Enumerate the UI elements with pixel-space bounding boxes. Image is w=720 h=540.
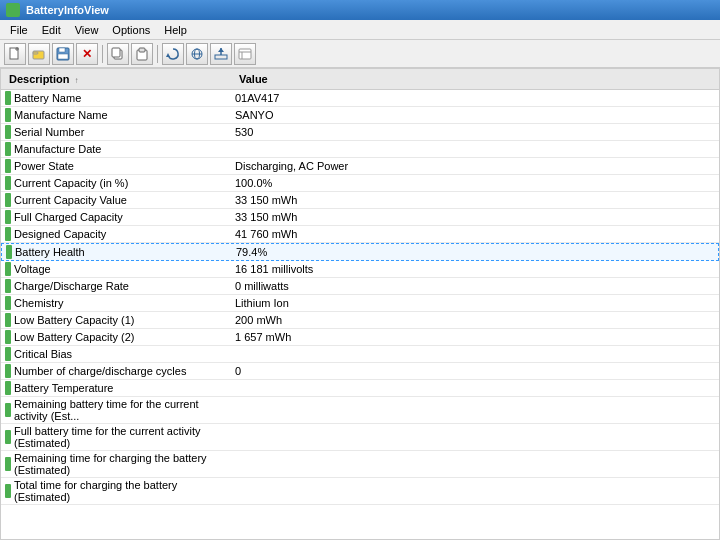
cell-description: Low Battery Capacity (1) bbox=[1, 312, 231, 328]
table-row[interactable]: Designed Capacity41 760 mWh bbox=[1, 226, 719, 243]
description-text: Battery Temperature bbox=[14, 382, 113, 394]
svg-marker-18 bbox=[218, 48, 224, 52]
export-button[interactable] bbox=[210, 43, 232, 65]
description-text: Battery Health bbox=[15, 246, 85, 258]
svg-rect-11 bbox=[139, 48, 145, 52]
description-text: Designed Capacity bbox=[14, 228, 106, 240]
menu-edit[interactable]: Edit bbox=[36, 22, 67, 38]
app-icon bbox=[6, 3, 20, 17]
refresh-button[interactable] bbox=[162, 43, 184, 65]
copy-button[interactable] bbox=[107, 43, 129, 65]
open-button[interactable] bbox=[28, 43, 50, 65]
table-row[interactable]: ChemistryLithium Ion bbox=[1, 295, 719, 312]
cell-value bbox=[231, 478, 719, 504]
menu-options[interactable]: Options bbox=[106, 22, 156, 38]
description-text: Manufacture Date bbox=[14, 143, 101, 155]
table-row[interactable]: Remaining time for charging the battery … bbox=[1, 451, 719, 478]
new-button[interactable] bbox=[4, 43, 26, 65]
table-row[interactable]: Low Battery Capacity (1)200 mWh bbox=[1, 312, 719, 329]
svg-rect-19 bbox=[239, 49, 251, 59]
table-row[interactable]: Serial Number 530 bbox=[1, 124, 719, 141]
menu-help[interactable]: Help bbox=[158, 22, 193, 38]
cell-description: Power State bbox=[1, 158, 231, 174]
cell-value: 01AV417 bbox=[231, 90, 719, 106]
menu-view[interactable]: View bbox=[69, 22, 105, 38]
row-indicator-icon bbox=[5, 227, 11, 241]
paste-button[interactable] bbox=[131, 43, 153, 65]
cell-description: Voltage bbox=[1, 261, 231, 277]
description-text: Low Battery Capacity (1) bbox=[14, 314, 134, 326]
description-text: Serial Number bbox=[14, 126, 84, 138]
window-title: BatteryInfoView bbox=[26, 4, 109, 16]
description-text: Power State bbox=[14, 160, 74, 172]
description-text: Full Charged Capacity bbox=[14, 211, 123, 223]
save-button[interactable] bbox=[52, 43, 74, 65]
cell-value: 1 657 mWh bbox=[231, 329, 719, 345]
cell-description: Charge/Discharge Rate bbox=[1, 278, 231, 294]
table-row[interactable]: Critical Bias bbox=[1, 346, 719, 363]
table-header: Description ↑ Value bbox=[1, 69, 719, 90]
description-text: Manufacture Name bbox=[14, 109, 108, 121]
description-text: Number of charge/discharge cycles bbox=[14, 365, 186, 377]
cell-description: Remaining battery time for the current a… bbox=[1, 397, 231, 423]
menu-bar: File Edit View Options Help bbox=[0, 20, 720, 40]
info-button[interactable] bbox=[234, 43, 256, 65]
table-row[interactable]: Voltage16 181 millivolts bbox=[1, 261, 719, 278]
row-indicator-icon bbox=[5, 210, 11, 224]
menu-file[interactable]: File bbox=[4, 22, 34, 38]
row-indicator-icon bbox=[5, 91, 11, 105]
cell-value: SANYO bbox=[231, 107, 719, 123]
description-text: Full battery time for the current activi… bbox=[14, 425, 227, 449]
cell-value: 530 bbox=[231, 124, 719, 140]
table-row[interactable]: Manufacture Date bbox=[1, 141, 719, 158]
table-row[interactable]: Battery Temperature bbox=[1, 380, 719, 397]
table-row[interactable]: Battery Health79.4% bbox=[1, 243, 719, 261]
cell-description: Full Charged Capacity bbox=[1, 209, 231, 225]
table-row[interactable]: Manufacture NameSANYO bbox=[1, 107, 719, 124]
description-text: Remaining battery time for the current a… bbox=[14, 398, 227, 422]
cell-description: Total time for charging the battery (Est… bbox=[1, 478, 231, 504]
svg-rect-6 bbox=[59, 48, 65, 52]
close-button[interactable]: ✕ bbox=[76, 43, 98, 65]
description-text: Current Capacity (in %) bbox=[14, 177, 128, 189]
table-row[interactable]: Low Battery Capacity (2)1 657 mWh bbox=[1, 329, 719, 346]
web-button[interactable] bbox=[186, 43, 208, 65]
table-body: Battery Name01AV417Manufacture NameSANYO… bbox=[1, 90, 719, 505]
main-content: Description ↑ Value Battery Name01AV417M… bbox=[0, 68, 720, 540]
cell-value bbox=[231, 141, 719, 157]
table-row[interactable]: Remaining battery time for the current a… bbox=[1, 397, 719, 424]
row-indicator-icon bbox=[5, 313, 11, 327]
cell-value: Discharging, AC Power bbox=[231, 158, 719, 174]
cell-value: 79.4% bbox=[232, 244, 718, 260]
cell-value: 0 bbox=[231, 363, 719, 379]
table-row[interactable]: Power StateDischarging, AC Power bbox=[1, 158, 719, 175]
cell-value bbox=[231, 424, 719, 450]
toolbar-separator-1 bbox=[102, 45, 103, 63]
cell-value: 16 181 millivolts bbox=[231, 261, 719, 277]
table-row[interactable]: Battery Name01AV417 bbox=[1, 90, 719, 107]
cell-value: 33 150 mWh bbox=[231, 209, 719, 225]
description-text: Low Battery Capacity (2) bbox=[14, 331, 134, 343]
description-text: Critical Bias bbox=[14, 348, 72, 360]
row-indicator-icon bbox=[5, 262, 11, 276]
description-text: Total time for charging the battery (Est… bbox=[14, 479, 227, 503]
header-value[interactable]: Value bbox=[235, 71, 715, 87]
table-row[interactable]: Full battery time for the current activi… bbox=[1, 424, 719, 451]
cell-description: Designed Capacity bbox=[1, 226, 231, 242]
cell-value: 100.0% bbox=[231, 175, 719, 191]
row-indicator-icon bbox=[5, 125, 11, 139]
svg-marker-12 bbox=[166, 53, 170, 57]
svg-rect-7 bbox=[58, 54, 68, 59]
table-row[interactable]: Current Capacity Value33 150 mWh bbox=[1, 192, 719, 209]
cell-description: Battery Temperature bbox=[1, 380, 231, 396]
row-indicator-icon bbox=[5, 457, 11, 471]
row-indicator-icon bbox=[5, 159, 11, 173]
table-row[interactable]: Charge/Discharge Rate0 milliwatts bbox=[1, 278, 719, 295]
cell-description: Critical Bias bbox=[1, 346, 231, 362]
table-row[interactable]: Current Capacity (in %)100.0% bbox=[1, 175, 719, 192]
header-description[interactable]: Description ↑ bbox=[5, 71, 235, 87]
table-row[interactable]: Full Charged Capacity33 150 mWh bbox=[1, 209, 719, 226]
row-indicator-icon bbox=[5, 330, 11, 344]
table-row[interactable]: Number of charge/discharge cycles0 bbox=[1, 363, 719, 380]
table-row[interactable]: Total time for charging the battery (Est… bbox=[1, 478, 719, 505]
